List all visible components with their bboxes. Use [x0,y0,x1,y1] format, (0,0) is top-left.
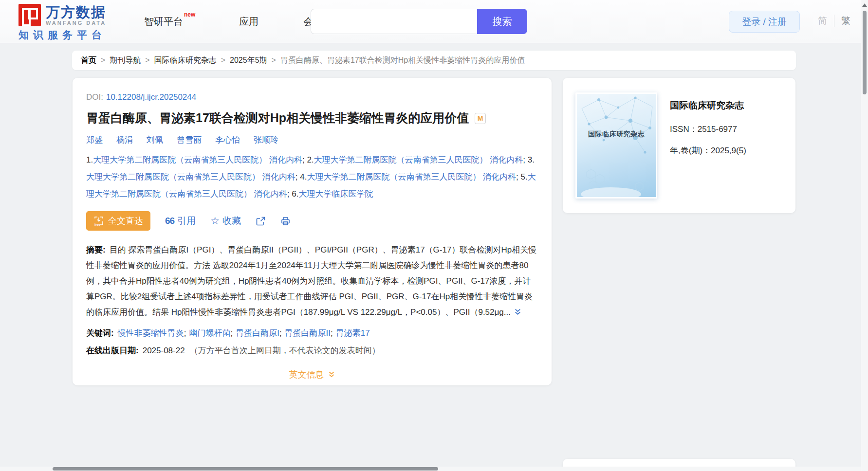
breadcrumb-item-2[interactable]: 期刊导航 [110,55,141,66]
login-register-button[interactable]: 登录 / 注册 [729,11,800,33]
affiliation-number: 6. [292,189,298,199]
online-date-note: （万方平台首次上网日期，不代表论文的发表时间） [190,346,380,355]
wanfang-logo[interactable]: 万方数据 WANFANG DATA 知识服务平台 [18,4,130,42]
abstract-label: 摘要: [86,245,106,254]
keyword-link-3[interactable]: 胃蛋白酶原I [236,328,279,338]
breadcrumb: 首页>期刊导航>国际临床研究杂志>2025年5期>胃蛋白酶原、胃泌素17联合检测… [72,51,796,70]
language-switch: 简 繁 [818,15,850,27]
doi-link[interactable]: 10.12208/j.ijcr.20250244 [106,92,196,102]
affiliation-separator: ; [295,172,300,181]
affiliation-dept-link-1[interactable]: 消化内科 [269,155,302,164]
breadcrumb-item-3[interactable]: 国际临床研究杂志 [154,55,217,66]
abstract-text: 目的 探索胃蛋白酶原I（PGI）、胃蛋白酶原II（PGII）、PGI/PGII（… [86,245,536,317]
journal-name[interactable]: 国际临床研究杂志 [670,99,746,112]
issn-label: ISSN： [670,125,698,134]
online-date-value: 2025-08-22 [143,346,185,355]
horizontal-scrollbar-thumb[interactable] [53,467,438,471]
fulltext-label: 全文直达 [108,215,143,227]
vertical-scrollbar[interactable] [861,0,868,471]
svg-text:free: free [94,223,100,226]
cite-button[interactable]: 66 引用 [165,215,196,227]
online-date-row: 在线出版日期:2025-08-22（万方平台首次上网日期，不代表论文的发表时间） [86,345,538,356]
keyword-link-2[interactable]: 幽门螺杆菌 [189,328,230,338]
vertical-scrollbar-thumb[interactable] [863,11,867,94]
page: 万方数据 WANFANG DATA 知识服务平台 智研平台new应用会员 搜索 … [0,0,868,471]
expand-abstract-button[interactable] [514,306,522,322]
affiliation-link-4[interactable]: 大理大学第二附属医院（云南省第三人民医院） [307,172,480,181]
affiliation-number: 3. [528,155,535,164]
volume-value: 2025,9(5) [711,146,746,155]
share-icon [256,216,266,226]
print-button[interactable] [280,216,291,226]
breadcrumb-item-5: 胃蛋白酶原、胃泌素17联合检测对Hp相关慢性非萎缩性胃炎的应用价值 [280,55,525,66]
lang-traditional[interactable]: 繁 [834,15,850,27]
keyword-link-1[interactable]: 慢性非萎缩性胃炎 [118,328,184,338]
journal-cover-title: 国际临床研究杂志 [577,130,656,139]
favorite-button[interactable]: ☆ 收藏 [210,215,241,227]
search-button[interactable]: 搜索 [477,9,527,34]
fulltext-free-icon: free [93,216,104,226]
breadcrumb-item-4[interactable]: 2025年5期 [230,55,267,66]
keyword-separator: ; [331,328,333,338]
scroll-up-arrow-icon[interactable] [862,3,867,7]
keywords-row: 关键词:慢性非萎缩性胃炎;幽门螺杆菌;胃蛋白酶原I;胃蛋白酶原II;胃泌素17 [86,327,538,339]
breadcrumb-item-1[interactable]: 首页 [81,55,96,66]
affiliation-separator: ; [287,189,292,199]
affiliation-dept-link-4[interactable]: 消化内科 [483,172,516,181]
main-nav: 智研平台new应用会员 [144,0,323,43]
journal-issn: ISSN：2515-6977 [670,124,746,135]
affiliation-link-1[interactable]: 大理大学第二附属医院（云南省第三人民医院） [93,155,267,164]
keywords-label: 关键词: [86,328,114,338]
lang-simplified[interactable]: 简 [818,15,834,27]
favorite-label: 收藏 [222,215,241,227]
fulltext-button[interactable]: free 全文直达 [86,211,150,231]
abstract-block: 摘要:目的 探索胃蛋白酶原I（PGI）、胃蛋白酶原II（PGII）、PGI/PG… [86,242,538,322]
journal-cover[interactable]: 国际临床研究杂志 [575,92,657,199]
search-input[interactable] [311,9,477,34]
author-link-6[interactable]: 张顺玲 [254,135,278,145]
share-button[interactable] [256,216,266,226]
affiliation-link-6[interactable]: 大理大学临床医学院 [298,189,373,199]
journal-cover-art [577,94,657,199]
breadcrumb-separator: > [221,56,225,65]
issn-value: 2515-6977 [698,125,737,134]
logo-tagline: 知识服务平台 [18,28,130,42]
affiliation-dept-link-3[interactable]: 消化内科 [262,172,295,181]
english-info-label: 英文信息 [289,369,324,380]
affiliation-link-3[interactable]: 大理大学第二附属医院（云南省第三人民医院） [86,172,260,181]
author-link-1[interactable]: 郑盛 [86,135,103,145]
journal-meta: 国际临床研究杂志 ISSN：2515-6977 年,卷(期)：2025,9(5) [670,92,746,199]
breadcrumb-separator: > [145,56,149,65]
author-link-5[interactable]: 李心怡 [215,135,240,145]
logo-brand-en: WANFANG DATA [46,20,106,26]
nav-item-2[interactable]: 应用 [239,15,259,28]
keyword-link-5[interactable]: 胃泌素17 [336,328,370,338]
affiliations: 1.大理大学第二附属医院（云南省第三人民医院） 消化内科; 2.大理大学第二附属… [86,151,538,202]
affiliation-dept-link-2[interactable]: 消化内科 [490,155,523,164]
keyword-separator: ; [279,328,282,338]
english-info-toggle[interactable]: 英文信息 [86,365,538,384]
affiliation-link-2[interactable]: 大理大学第二附属医院（云南省第三人民医院） [314,155,488,164]
cite-label: 引用 [177,215,196,227]
new-badge: new [184,11,195,18]
article-card: DOI:10.12208/j.ijcr.20250244 胃蛋白酶原、胃泌素17… [73,78,552,385]
author-link-2[interactable]: 杨涓 [116,135,133,145]
medal-m-badge[interactable]: M [475,113,486,124]
authors-row: 郑盛杨涓刘佩曾雪丽李心怡张顺玲 [86,134,538,145]
search-bar: 搜索 [311,9,527,34]
article-title-row: 胃蛋白酶原、胃泌素17联合检测对Hp相关慢性非萎缩性胃炎的应用价值M [86,110,538,126]
quote-icon: 66 [165,216,174,226]
keyword-link-4[interactable]: 胃蛋白酶原II [285,328,331,338]
horizontal-scrollbar[interactable] [0,467,861,471]
affiliation-separator: ; [523,155,527,164]
doi-row: DOI:10.12208/j.ijcr.20250244 [86,92,538,102]
nav-item-1[interactable]: 智研平台new [144,15,194,28]
affiliation-dept-link-5[interactable]: 消化内科 [254,189,287,199]
affiliation-number: 5. [521,172,528,181]
double-chevron-down-icon [514,308,522,316]
wanfang-logo-icon [18,4,41,26]
author-link-3[interactable]: 刘佩 [147,135,163,145]
affiliation-separator: ; [516,172,520,181]
volume-label: 年,卷(期)： [670,146,711,155]
author-link-4[interactable]: 曾雪丽 [177,135,202,145]
